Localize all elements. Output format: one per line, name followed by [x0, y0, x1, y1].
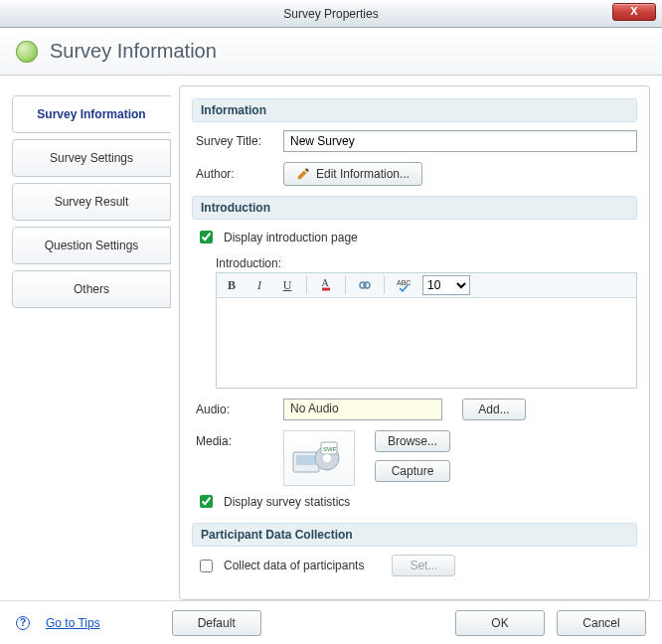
survey-gear-icon — [16, 41, 38, 63]
survey-title-input[interactable] — [283, 130, 637, 152]
toolbar-separator — [345, 276, 346, 294]
row-collect-data: Collect data of participants Set... — [196, 555, 637, 576]
svg-point-9 — [323, 454, 331, 462]
tab-label: Survey Settings — [50, 151, 133, 165]
section-participant-header: Participant Data Collection — [192, 523, 637, 547]
side-tabs: Survey Information Survey Settings Surve… — [12, 85, 171, 600]
tab-others[interactable]: Others — [12, 270, 171, 308]
cancel-label: Cancel — [582, 616, 619, 630]
add-label: Add... — [478, 402, 509, 416]
dialog-header: Survey Information — [0, 28, 662, 76]
media-icon: SWF — [291, 436, 347, 480]
window-title: Survey Properties — [283, 7, 378, 21]
section-information-header: Information — [192, 98, 637, 122]
collect-data-label: Collect data of participants — [224, 559, 364, 572]
toolbar-separator — [306, 276, 307, 294]
svg-rect-5 — [296, 455, 316, 465]
spellcheck-icon: ABC — [396, 277, 412, 293]
close-icon: X — [630, 6, 637, 17]
collect-data-checkbox[interactable] — [200, 560, 213, 572]
tab-survey-settings[interactable]: Survey Settings — [12, 139, 171, 177]
svg-point-2 — [364, 282, 370, 288]
tab-survey-result[interactable]: Survey Result — [12, 183, 171, 221]
row-media: Media: SWF Browse... Capture — [196, 430, 637, 486]
tab-label: Others — [74, 282, 109, 296]
font-size-select[interactable]: 10 — [422, 275, 470, 295]
capture-label: Capture — [392, 464, 434, 478]
audio-value: No Audio — [283, 399, 442, 420]
set-label: Set... — [410, 559, 437, 572]
settings-pane: Information Survey Title: Author: Edit I… — [179, 85, 650, 600]
intro-textarea[interactable] — [217, 298, 636, 388]
svg-text:SWF: SWF — [323, 446, 337, 452]
tab-label: Survey Result — [55, 195, 129, 209]
svg-text:ABC: ABC — [397, 279, 411, 286]
row-audio: Audio: No Audio Add... — [196, 399, 637, 420]
display-stats-label: Display survey statistics — [224, 495, 350, 509]
spellcheck-button[interactable]: ABC — [395, 276, 413, 294]
author-label: Author: — [196, 167, 275, 181]
display-intro-checkbox[interactable] — [200, 231, 213, 243]
italic-button[interactable]: I — [250, 276, 268, 294]
media-buttons: Browse... Capture — [375, 430, 450, 482]
media-browse-button[interactable]: Browse... — [375, 430, 450, 452]
audio-add-button[interactable]: Add... — [462, 399, 526, 420]
cancel-button[interactable]: Cancel — [557, 610, 646, 636]
bottom-bar: ? Go to Tips Default OK Cancel — [0, 600, 662, 644]
page-title: Survey Information — [50, 40, 217, 63]
tab-label: Question Settings — [45, 239, 139, 252]
display-stats-checkbox[interactable] — [200, 495, 213, 508]
content-area: Survey Information Survey Settings Surve… — [0, 76, 662, 600]
go-to-tips-link[interactable]: Go to Tips — [46, 616, 100, 630]
display-intro-label: Display introduction page — [224, 231, 358, 244]
default-button[interactable]: Default — [172, 610, 261, 636]
insert-link-button[interactable] — [356, 276, 374, 294]
media-thumbnail: SWF — [283, 430, 355, 486]
underline-button[interactable]: U — [278, 276, 296, 294]
toolbar-separator — [384, 276, 385, 294]
set-button[interactable]: Set... — [392, 555, 455, 576]
ok-button[interactable]: OK — [455, 610, 545, 636]
media-capture-button[interactable]: Capture — [375, 460, 450, 482]
audio-label: Audio: — [196, 402, 275, 416]
intro-editor: B I U A ABC 10 — [216, 272, 637, 389]
row-display-intro: Display introduction page — [196, 228, 637, 246]
tab-question-settings[interactable]: Question Settings — [12, 227, 171, 264]
edit-information-label: Edit Information... — [316, 167, 410, 181]
survey-title-label: Survey Title: — [196, 134, 275, 148]
section-introduction-header: Introduction — [192, 196, 637, 220]
row-display-stats: Display survey statistics — [196, 492, 637, 511]
default-label: Default — [198, 616, 236, 630]
editor-toolbar: B I U A ABC 10 — [217, 273, 636, 298]
tab-label: Survey Information — [37, 107, 145, 121]
row-author: Author: Edit Information... — [196, 162, 637, 186]
font-color-button[interactable]: A — [317, 276, 335, 294]
pencil-icon — [296, 167, 310, 181]
introduction-label: Introduction: — [216, 256, 637, 270]
link-icon — [357, 277, 373, 293]
row-survey-title: Survey Title: — [196, 130, 637, 152]
tab-survey-information[interactable]: Survey Information — [12, 95, 171, 133]
edit-information-button[interactable]: Edit Information... — [283, 162, 422, 186]
help-icon: ? — [16, 616, 30, 630]
browse-label: Browse... — [388, 434, 437, 448]
ok-label: OK — [491, 616, 508, 630]
svg-text:A: A — [322, 277, 330, 288]
media-label: Media: — [196, 434, 275, 448]
window-titlebar: Survey Properties X — [0, 0, 662, 28]
font-color-icon: A — [318, 277, 334, 293]
close-button[interactable]: X — [612, 3, 656, 21]
bold-button[interactable]: B — [223, 276, 241, 294]
